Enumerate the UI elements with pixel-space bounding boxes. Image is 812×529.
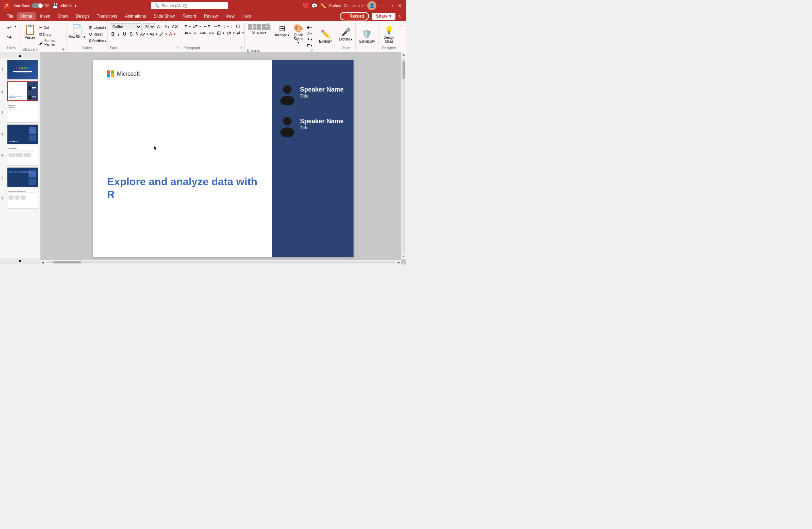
slide-thumb-6[interactable]: 6 Exploratory data analysis	[7, 167, 39, 187]
drawing-dialog-btn[interactable]: ⎘	[311, 49, 313, 52]
grow-font-button[interactable]: A↑	[156, 24, 163, 30]
font-dialog-btn[interactable]: ⎘	[177, 46, 179, 50]
reset-button[interactable]: ↺ Reset	[88, 31, 107, 37]
slide-thumb-7[interactable]: 7 Exploratory data analysis	[7, 189, 39, 209]
shape-outline-dropdown[interactable]: ▾	[310, 32, 312, 35]
shape-fill-button[interactable]: ◆ ▾	[306, 25, 313, 30]
autosave-switch[interactable]	[32, 3, 43, 8]
italic-button[interactable]: I	[117, 31, 121, 37]
menu-animations[interactable]: Animations	[121, 12, 149, 20]
menu-home[interactable]: Home	[17, 12, 36, 20]
record-button[interactable]: Record	[340, 12, 369, 20]
scroll-left-arrow[interactable]: ◀	[40, 261, 45, 264]
slide-title[interactable]: Explore and analyze data with R	[107, 175, 266, 201]
clear-format-button[interactable]: A✕	[171, 24, 179, 30]
search-input[interactable]	[162, 4, 214, 8]
shrink-font-button[interactable]: A↓	[164, 24, 170, 30]
line-spacing-button[interactable]: ↕	[222, 23, 227, 29]
ribbon-collapse-button[interactable]: ∧	[396, 13, 403, 19]
paragraph-dialog-btn[interactable]: ⎘	[241, 46, 242, 50]
smartart-button[interactable]: ⬡	[235, 23, 241, 29]
scroll-down-arrow[interactable]: ▼	[401, 254, 406, 259]
align-left-button[interactable]: ⬅≡	[183, 30, 192, 36]
redo-button[interactable]: ↪	[6, 33, 13, 42]
undo-button[interactable]: ↩	[6, 23, 13, 32]
layout-button[interactable]: ⊞ Layout ▾	[88, 25, 107, 31]
bold-button[interactable]: B	[110, 31, 116, 37]
font-color-button[interactable]: A	[168, 31, 173, 37]
shapes-button[interactable]: Shapes ▾	[246, 23, 272, 35]
shape-effects-button[interactable]: ✦ ▾	[306, 37, 313, 42]
shape-fill-dropdown[interactable]: ▾	[310, 26, 312, 29]
underline-button[interactable]: U	[121, 31, 127, 37]
canvas-area[interactable]: Microsoft Explore and analyze data with …	[40, 52, 406, 264]
close-button[interactable]: ✕	[396, 2, 403, 9]
paste-button[interactable]: 📋 Paste ▾	[23, 23, 38, 40]
menu-help[interactable]: Help	[239, 12, 255, 20]
menu-file[interactable]: File	[3, 12, 17, 20]
menu-review[interactable]: Review	[200, 12, 221, 20]
share-button[interactable]: Share ▾	[372, 13, 395, 20]
horizontal-scroll-thumb[interactable]	[53, 261, 81, 263]
slide-thumb-2[interactable]: 2	[7, 81, 39, 101]
font-family-select[interactable]: Calibri	[110, 23, 142, 30]
menu-insert[interactable]: Insert	[36, 12, 54, 20]
section-button[interactable]: § Section ▾	[88, 38, 107, 44]
paste-dropdown[interactable]: ▾	[34, 36, 36, 39]
arrange-button[interactable]: ⊟ Arrange ▾	[273, 23, 291, 38]
menu-slideshow[interactable]: Slide Show	[150, 12, 178, 20]
menu-draw[interactable]: Draw	[55, 12, 71, 20]
scroll-up-arrow[interactable]: ▲	[401, 52, 406, 57]
cut-button[interactable]: ✂Cut	[38, 25, 64, 31]
menu-transitions[interactable]: Transitions	[93, 12, 121, 20]
numbering-button[interactable]: 1≡	[192, 23, 199, 29]
clipboard-dialog-btn[interactable]: ⎘	[62, 48, 64, 51]
horizontal-scrollbar[interactable]: ◀ ▶	[40, 260, 401, 264]
shadow-button[interactable]: S̲	[135, 31, 139, 37]
ribbon-expand-button[interactable]: ⌄	[400, 23, 403, 27]
convert-button[interactable]: ⇄	[236, 30, 242, 36]
align-center-button[interactable]: ≡	[193, 30, 198, 36]
quick-styles-button[interactable]: 🎨 Quick Styles ▾	[292, 23, 305, 45]
slide-thumb-1[interactable]: 1 L E A R N	[7, 60, 39, 80]
scroll-right-arrow[interactable]: ▶	[396, 261, 401, 264]
shape-effects-dropdown[interactable]: ▾	[311, 38, 312, 41]
search-box[interactable]: 🔍	[151, 2, 228, 9]
font-size-select[interactable]: 24	[143, 23, 155, 30]
slide-thumb-4[interactable]: 4 Introduction	[7, 124, 39, 144]
decrease-indent-button[interactable]: ←≡	[202, 23, 211, 29]
new-slide-dropdown[interactable]: ▾	[84, 35, 86, 39]
highlight-button[interactable]: 🖊	[158, 31, 165, 37]
slide-thumb-3[interactable]: 3 Learning objectives	[7, 103, 39, 123]
columns-button[interactable]: ⊞	[216, 30, 222, 36]
copy-button[interactable]: ⧉Copy	[38, 31, 64, 38]
text-dir-button[interactable]: ↕A	[225, 30, 232, 36]
increase-indent-button[interactable]: →≡	[212, 23, 221, 29]
horizontal-scroll-track[interactable]	[46, 261, 395, 263]
slides-scroll-down[interactable]: ▼	[0, 258, 40, 264]
shape-outline-button[interactable]: ◇ ▾	[306, 31, 313, 36]
bullets-button[interactable]: ≡	[183, 23, 188, 29]
menu-view[interactable]: View	[222, 12, 238, 20]
align-right-button[interactable]: ≡➡	[198, 30, 207, 36]
menu-record[interactable]: Record	[179, 12, 200, 20]
save-button[interactable]: 💾	[52, 3, 58, 8]
undo-dropdown[interactable]: ▾	[13, 23, 17, 32]
vertical-scrollbar[interactable]: ▲ ▼	[401, 52, 406, 259]
format-painter-button[interactable]: 🖌Format Painter	[38, 38, 64, 47]
slides-scroll-up[interactable]: ▲	[0, 52, 40, 58]
menu-design[interactable]: Design	[72, 12, 92, 20]
slide-thumb-5[interactable]: 5 Introduction	[7, 146, 39, 166]
vertical-scroll-track[interactable]	[402, 58, 405, 253]
replace-shapes-dropdown[interactable]: ▾	[311, 44, 312, 47]
vertical-scroll-thumb[interactable]	[402, 61, 405, 79]
minimize-button[interactable]: ─	[379, 2, 386, 9]
maximize-button[interactable]: □	[388, 2, 395, 9]
change-case-button[interactable]: Aa	[149, 32, 155, 37]
comment-icon[interactable]: 💬	[311, 3, 317, 8]
replace-shapes-button[interactable]: ⇄ ▾	[306, 43, 313, 48]
char-spacing-button[interactable]: AV	[139, 32, 146, 37]
justify-button[interactable]: ≡≡	[208, 30, 215, 36]
sort-button[interactable]: ↕	[230, 23, 234, 29]
strikethrough-button[interactable]: S	[128, 31, 134, 37]
